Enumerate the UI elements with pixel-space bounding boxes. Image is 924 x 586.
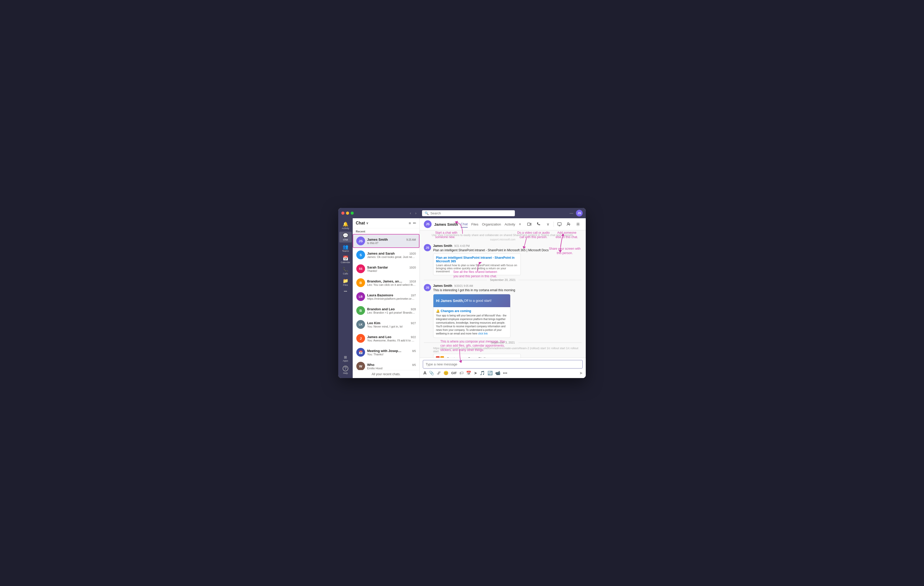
add-people-button[interactable] bbox=[565, 221, 573, 228]
audio-call-button[interactable] bbox=[535, 221, 542, 228]
send-button[interactable]: ➤ bbox=[579, 370, 582, 375]
files-label: Files bbox=[343, 284, 348, 286]
power-platform-card: Create users - Power Platform About crea… bbox=[433, 354, 521, 358]
sidebar-item-help[interactable]: ? Help bbox=[339, 364, 351, 376]
chat-info-laura: Laura Bazemore10/7 https://ministryplatf… bbox=[367, 293, 416, 300]
main-content: 🔔 Activity 💬 Chat 👥 Teams 📅 Calendar 📞 C… bbox=[338, 218, 586, 378]
sidebar-item-calendar[interactable]: 📅 Calendar bbox=[339, 254, 351, 265]
audio-msg-icon[interactable]: 🎵 bbox=[479, 370, 485, 376]
chat-item-brandon-leo[interactable]: B Brandon and Leo9/28 Leo: Brandon +1 go… bbox=[353, 304, 419, 318]
video-msg-icon[interactable]: 📹 bbox=[495, 370, 501, 376]
chat-info-joseph: Meeting with Joseph Wood8/5 You: Thanks! bbox=[367, 349, 416, 356]
compose-icon[interactable]: ✏ bbox=[413, 221, 416, 226]
msg-text-1: Plan an intelligent SharePoint intranet … bbox=[433, 248, 582, 253]
minimize-button[interactable] bbox=[346, 212, 349, 215]
tab-organization[interactable]: Organization bbox=[482, 221, 501, 227]
avatar-james-smith: JS bbox=[356, 237, 365, 245]
tab-chat[interactable]: Chat bbox=[461, 221, 468, 227]
schedule-icon[interactable]: 📅 bbox=[465, 370, 472, 376]
calls-icon: 📞 bbox=[343, 267, 348, 272]
user-avatar[interactable]: JS bbox=[576, 210, 582, 216]
compose-toolbar: 𝗔 📎 🖇 😊 GIF 🏷 📅 ➤ 🎵 🔄 📹 ••• ➤ bbox=[423, 370, 582, 376]
msg-avatar-2: JS bbox=[424, 284, 431, 291]
emoji-icon[interactable]: 😊 bbox=[443, 370, 449, 376]
chat-messages: Use Viva Connections to easily share and… bbox=[420, 230, 586, 358]
sidebar-item-more[interactable]: ••• bbox=[339, 288, 351, 295]
back-arrow[interactable]: ‹ bbox=[408, 211, 413, 216]
chat-label: Chat bbox=[343, 239, 348, 241]
chat-item-leo-kim[interactable]: LK Leo Kim9/27 You: Never mind, I got in… bbox=[353, 318, 419, 331]
more-icon: ••• bbox=[344, 290, 347, 293]
teams-hi-card: Hi James Smith,Off to a good start! 🔔 Ch… bbox=[433, 294, 510, 338]
chat-time: 10/20 bbox=[409, 252, 416, 255]
changes-body: Your app is being will your become part … bbox=[436, 314, 508, 336]
chat-item-brandon-james-leo[interactable]: B Brandon, James, and Leo10/18 Leo: You … bbox=[353, 276, 419, 290]
sidebar-item-activity[interactable]: 🔔 Activity bbox=[339, 221, 351, 231]
sidebar-item-calls[interactable]: 📞 Calls bbox=[339, 266, 351, 277]
chat-name-row: James Smith 9:25 AM bbox=[367, 238, 416, 242]
msg-header-1: James Smith 9/21 4:43 PM bbox=[433, 244, 582, 248]
sidebar-item-chat[interactable]: 💬 Chat bbox=[339, 232, 351, 242]
chat-item-james-sarah[interactable]: S James and Sarah10/20 James: Ok cool lo… bbox=[353, 248, 419, 262]
sticker-icon[interactable]: 🏷 bbox=[459, 370, 464, 376]
power-platform-area: https://docs.microsoft.com/en-us/power-p… bbox=[433, 347, 582, 358]
more-options-icon[interactable]: ··· bbox=[569, 211, 573, 216]
maximize-button[interactable] bbox=[351, 212, 354, 215]
apps-label: Apps bbox=[343, 359, 348, 362]
msg-header-2: James Smith 9/20/21 9:05 AM bbox=[433, 284, 582, 288]
chat-item-james-leo[interactable]: J James and Leo9/22 You: Awesome, thanks… bbox=[353, 331, 419, 345]
msg-text-2: This is interesting I got this in my cor… bbox=[433, 288, 582, 293]
chat-info-brandon-leo: Brandon and Leo9/28 Leo: Brandon +1 got … bbox=[367, 307, 416, 314]
add-tab-button[interactable]: + bbox=[519, 222, 521, 227]
sharepoint-card: Plan an intelligent SharePoint intranet … bbox=[433, 253, 521, 275]
chat-info-who: Who8/5 Emilio Hood bbox=[367, 363, 416, 370]
search-bar[interactable]: 🔍 bbox=[422, 210, 515, 216]
more-actions-button[interactable]: ∨ bbox=[544, 221, 551, 228]
paperclip-icon[interactable]: 🖇 bbox=[436, 370, 441, 376]
sidebar-item-teams[interactable]: 👥 Teams bbox=[339, 243, 351, 254]
chat-info-leo-kim: Leo Kim9/27 You: Never mind, I got in, l… bbox=[367, 321, 416, 328]
screenshare-button[interactable] bbox=[556, 221, 563, 228]
chat-topbar-tabs: Chat Files Organization Activity + bbox=[461, 221, 521, 227]
close-button[interactable] bbox=[342, 212, 345, 215]
settings-button[interactable] bbox=[574, 221, 582, 228]
chat-item-james-smith[interactable]: JS James Smith 9:25 AM Is this it? bbox=[353, 234, 419, 248]
search-input[interactable] bbox=[430, 211, 512, 215]
chat-item-meeting-joseph[interactable]: 📅 Meeting with Joseph Wood8/5 You: Thank… bbox=[353, 345, 419, 359]
chat-time: 9/22 bbox=[411, 336, 416, 339]
more-tools-icon[interactable]: ••• bbox=[502, 370, 508, 376]
video-call-button[interactable] bbox=[526, 221, 533, 228]
filter-icon[interactable]: ≡ bbox=[409, 221, 411, 226]
tab-files[interactable]: Files bbox=[471, 221, 478, 227]
search-icon: 🔍 bbox=[425, 211, 429, 215]
loop-icon[interactable]: 🔄 bbox=[487, 370, 493, 376]
activity-icon: 🔔 bbox=[343, 222, 348, 227]
changes-title: 🔔 Changes are coming bbox=[436, 309, 471, 313]
praise-icon[interactable]: ➤ bbox=[474, 370, 478, 376]
chat-compose: 𝗔 📎 🖇 😊 GIF 🏷 📅 ➤ 🎵 🔄 📹 ••• ➤ bbox=[420, 358, 586, 378]
chat-preview: https://ministryplatform.perimeter.org/W… bbox=[367, 297, 416, 300]
format-text-icon[interactable]: 𝗔 bbox=[423, 370, 427, 376]
gif-icon[interactable]: GIF bbox=[450, 370, 457, 375]
chat-preview: Thanks! bbox=[367, 269, 416, 272]
chat-item-sarah-sardar[interactable]: SS Sarah Sardar10/20 Thanks! bbox=[353, 262, 419, 276]
forward-arrow[interactable]: › bbox=[414, 211, 418, 216]
teams-label: Teams bbox=[342, 250, 349, 252]
attach-icon[interactable]: 📎 bbox=[429, 370, 435, 376]
msg-content-2: James Smith 9/20/21 9:05 AM This is inte… bbox=[433, 284, 582, 338]
chat-topbar: JS James Smith Chat Files Organization A… bbox=[420, 218, 586, 230]
chat-item-who[interactable]: W Who8/5 Emilio Hood bbox=[353, 359, 419, 370]
chat-item-laura[interactable]: LB Laura Bazemore10/7 https://ministrypl… bbox=[353, 290, 419, 304]
tab-activity[interactable]: Activity bbox=[505, 221, 515, 227]
date-divider-sep20: September 20, 2021 bbox=[424, 278, 582, 281]
sidebar-item-files[interactable]: 📁 Files bbox=[339, 277, 351, 288]
chat-time: 9/27 bbox=[411, 322, 416, 325]
msg-content-1: James Smith 9/21 4:43 PM Plan an intelli… bbox=[433, 244, 582, 275]
chat-time: 9:25 AM bbox=[406, 239, 416, 241]
msg-time-1: 9/21 4:43 PM bbox=[454, 245, 469, 247]
chat-list-panel: Chat ∨ ≡ ✏ Recent JS James Smith 9:25 AM bbox=[353, 218, 420, 378]
avatar-brandon-james-leo: B bbox=[356, 278, 365, 287]
chat-title-chevron[interactable]: ∨ bbox=[366, 221, 368, 225]
sidebar-item-apps[interactable]: ⊞ Apps bbox=[339, 354, 351, 364]
compose-input[interactable] bbox=[423, 360, 582, 369]
